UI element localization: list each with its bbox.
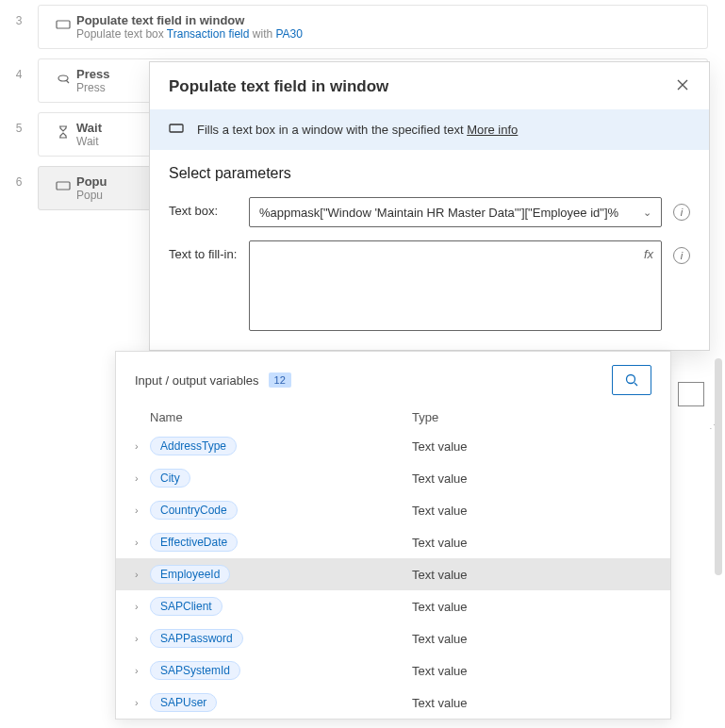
variable-pill[interactable]: CountryCode [150,501,238,520]
variables-rows: ›AddressTypeText value›CityText value›Co… [116,430,670,719]
variable-pill[interactable]: SAPSystemId [150,661,240,680]
chevron-right-icon[interactable]: › [135,440,150,452]
variable-type: Text value [412,632,468,646]
info-icon[interactable]: i [673,204,690,221]
scrollbar[interactable] [715,358,722,575]
variable-pill[interactable]: City [150,469,190,488]
chevron-right-icon[interactable]: › [135,537,150,548]
action-properties-dialog: Populate text field in window Fills a te… [149,61,710,351]
variable-row[interactable]: ›CountryCodeText value [116,494,670,526]
variable-row[interactable]: ›CityText value [116,462,670,494]
dialog-info-banner: Fills a text box in a window with the sp… [150,109,709,150]
textbox-icon [50,13,76,32]
dialog-title: Populate text field in window [169,77,388,96]
variable-pill[interactable]: SAPPassword [150,629,243,648]
variable-pill[interactable]: AddressType [150,437,237,455]
variable-row[interactable]: ›SAPPasswordText value [116,622,670,654]
text-to-fill-input[interactable]: fx [249,240,662,331]
svg-rect-0 [57,21,70,28]
variable-pill[interactable]: EmployeeId [150,565,230,584]
label-textbox: Text box: [169,197,249,218]
chevron-right-icon[interactable]: › [135,569,150,580]
variable-type: Text value [412,568,468,582]
svg-rect-2 [57,182,70,190]
variable-pill[interactable]: SAPClient [150,597,222,616]
textbox-select[interactable]: %appmask["Window 'Maintain HR Master Dat… [249,197,662,227]
action-number: 4 [0,58,38,81]
variable-type: Text value [412,696,468,710]
more-info-link[interactable]: More info [467,123,518,137]
variables-panel: Input / output variables 12 Name Type ›A… [115,351,671,720]
variable-type: Text value [412,504,468,518]
cursor-icon [50,67,76,86]
action-title: Populate text field in window [76,13,696,27]
action-number: 6 [0,166,38,189]
variable-type: Text value [412,439,468,454]
textbox-icon [169,121,184,139]
variables-title: Input / output variables [135,373,259,388]
variable-row[interactable]: ›SAPUserText value [116,687,670,719]
variables-columns: Name Type [116,405,670,430]
variables-count: 12 [269,372,291,388]
chevron-right-icon[interactable]: › [135,472,150,484]
chevron-right-icon[interactable]: › [135,505,150,516]
hourglass-icon [50,121,76,140]
action-card[interactable]: Populate text field in window Populate t… [38,5,708,49]
variable-type: Text value [412,472,468,486]
chevron-right-icon[interactable]: › [135,633,150,644]
variable-pill[interactable]: EffectiveDate [150,533,238,552]
variable-row[interactable]: ›SAPClientText value [116,590,670,622]
action-subtitle: Populate text box Transaction field with… [76,27,696,41]
chevron-down-icon: ⌄ [643,207,651,219]
variable-type: Text value [412,536,468,550]
variable-row[interactable]: ›EmployeeIdText value [116,558,670,590]
variable-row[interactable]: ›SAPSystemIdText value [116,654,670,687]
label-fillin: Text to fill-in: [169,240,249,261]
chevron-right-icon[interactable]: › [135,665,150,676]
chevron-right-icon[interactable]: › [135,697,150,708]
info-icon[interactable]: i [673,247,690,264]
variable-type: Text value [412,664,468,678]
col-name[interactable]: Name [150,410,412,424]
action-row-3[interactable]: 3 Populate text field in window Populate… [0,5,725,49]
button-fragment[interactable] [678,382,704,406]
section-title: Select parameters [169,165,690,182]
svg-rect-3 [170,124,183,132]
close-icon[interactable] [675,77,690,96]
svg-point-4 [627,375,635,384]
variable-type: Text value [412,600,468,614]
action-number: 3 [0,5,38,27]
variable-row[interactable]: ›EffectiveDateText value [116,526,670,558]
action-number: 5 [0,112,38,135]
search-button[interactable] [612,365,651,395]
col-type[interactable]: Type [412,410,438,424]
variable-row[interactable]: ›AddressTypeText value [116,430,670,462]
variable-pill[interactable]: SAPUser [150,693,217,712]
chevron-right-icon[interactable]: › [135,601,150,612]
textbox-icon [50,174,76,193]
fx-icon[interactable]: fx [644,247,653,261]
